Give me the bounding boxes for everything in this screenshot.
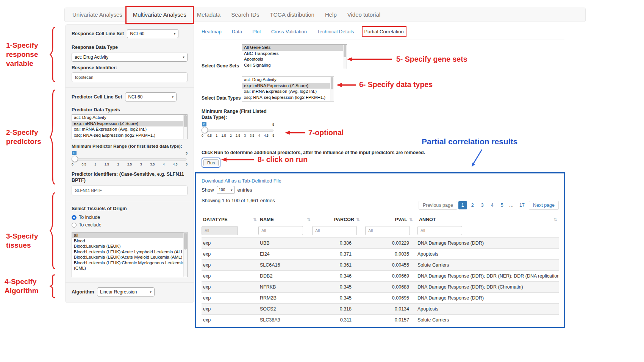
listbox-option[interactable]: Blood:Leukemia (LEUK):Acute Myeloid Leuk… xyxy=(72,254,187,260)
chevron-down-icon: ▾ xyxy=(174,32,176,36)
nav-help[interactable]: Help xyxy=(320,8,342,22)
min-predictor-range-slider[interactable]: 0 5 0 0.5 1 1.5 2 2.5 3 3.5 4 4.5 5 xyxy=(72,151,188,168)
filter-input-pval[interactable] xyxy=(365,226,410,235)
scrollbar[interactable] xyxy=(330,77,334,101)
table-row[interactable]: exp SLC38A3 0.311 0.0157 Solute Carriers xyxy=(202,315,559,326)
entries-per-page-select[interactable]: 100 ▾ xyxy=(217,186,235,194)
scrollbar-thumb[interactable] xyxy=(184,233,187,250)
slider-tick-label: 3.5 xyxy=(250,134,254,137)
annotation-results-label: Partial correlation results xyxy=(422,137,517,146)
nav-video-tutorial[interactable]: Video tutorial xyxy=(342,8,386,22)
listbox-option-selected[interactable]: All Gene Sets xyxy=(242,45,347,51)
listbox-option[interactable]: Blood:Leukemia (LEUK) xyxy=(72,243,187,249)
listbox-option[interactable]: Cell Signaling xyxy=(242,62,347,69)
listbox-option[interactable]: Blood:Leukemia (LEUK):Acute Lymphoid Leu… xyxy=(72,249,187,255)
cell-pval: 0.00455 xyxy=(361,260,414,271)
col-header-label: PVAL xyxy=(395,217,407,222)
selected-value: NCI-60 xyxy=(130,31,144,36)
response-data-type-select[interactable]: act: Drug Activity ▾ xyxy=(72,53,188,62)
scrollbar-thumb[interactable] xyxy=(331,77,333,89)
nav-univariate-analyses[interactable]: Univariate Analyses xyxy=(67,8,128,22)
tissue-include-radio[interactable]: To include xyxy=(72,215,188,220)
col-header-annot[interactable]: ANNOT⇅ xyxy=(414,214,559,225)
response-identifier-input[interactable] xyxy=(72,72,188,82)
slider-handle[interactable] xyxy=(72,156,78,162)
cell-annot: DNA Damage Response (DDR) xyxy=(414,238,559,249)
listbox-option[interactable]: Blood:Leukemia (LEUK):Chronic Myelogenou… xyxy=(72,260,187,271)
listbox-option[interactable]: act: Drug Activity xyxy=(72,115,187,121)
tab-technical-details[interactable]: Technical Details xyxy=(317,29,354,34)
sort-icon[interactable]: ⇅ xyxy=(409,217,413,222)
listbox-option[interactable]: xsq: RNA-seq Expression (log2 FPKM+1.) xyxy=(72,133,187,139)
nav-search-ids[interactable]: Search IDs xyxy=(226,8,264,22)
nav-metadata[interactable]: Metadata xyxy=(192,8,226,22)
sort-icon[interactable]: ⇅ xyxy=(253,217,257,222)
col-header-parcor[interactable]: PARCOR⇅ xyxy=(312,214,361,225)
table-row[interactable]: exp NFRKB 0.345 0.00688 DNA Damage Respo… xyxy=(202,282,559,293)
tab-plot[interactable]: Plot xyxy=(252,29,261,34)
listbox-option-selected[interactable]: all xyxy=(72,232,187,238)
previous-page-button[interactable]: Previous page xyxy=(419,201,457,210)
listbox-option[interactable]: xsq: RNA-seq Expression (log2 FPKM+1.) xyxy=(242,95,334,101)
listbox-option[interactable]: Blood xyxy=(72,238,187,244)
sort-icon[interactable]: ⇅ xyxy=(307,217,311,222)
min-range-slider[interactable]: 0 5 0 0.5 1 1.5 2 2.5 3 3.5 4 4.5 5 xyxy=(202,122,274,139)
tab-data[interactable]: Data xyxy=(232,29,242,34)
table-row[interactable]: exp UBB 0.386 0.00229 DNA Damage Respons… xyxy=(202,238,559,249)
listbox-option[interactable]: act: Drug Activity xyxy=(242,77,334,83)
filter-input-parcor[interactable] xyxy=(312,226,357,235)
tissue-exclude-radio[interactable]: To exclude xyxy=(72,222,188,228)
scrollbar[interactable] xyxy=(183,115,187,139)
listbox-option[interactable]: Apoptosis xyxy=(242,56,347,62)
col-header-pval[interactable]: PVAL⇅ xyxy=(361,214,414,225)
listbox-option[interactable]: xai: mRNA Expression (Avg. log2 Int.) xyxy=(72,126,187,133)
page-button-3[interactable]: 3 xyxy=(478,201,487,209)
slider-tick-label: 1 xyxy=(94,162,96,166)
slider-track[interactable] xyxy=(202,130,274,132)
slider-handle[interactable] xyxy=(202,127,208,133)
listbox-option[interactable]: xai: mRNA Expression (Avg. log2 Int.) xyxy=(242,89,334,95)
nav-tcga-distribution[interactable]: TCGA distribution xyxy=(264,8,320,22)
tab-cross-validation[interactable]: Cross-Validation xyxy=(271,29,307,34)
slider-track[interactable] xyxy=(72,158,187,161)
col-header-name[interactable]: NAME⇅ xyxy=(258,214,312,225)
selected-value: 100 xyxy=(219,188,225,192)
listbox-option-selected[interactable]: exp: mRNA Expression (Z-Score) xyxy=(242,83,334,89)
scrollbar[interactable] xyxy=(183,232,187,277)
result-tabs: Heatmap Data Plot Cross-Validation Techn… xyxy=(202,24,564,34)
listbox-option[interactable]: ABC Transporters xyxy=(242,51,347,57)
scrollbar-thumb[interactable] xyxy=(344,45,346,57)
predictor-identifiers-input[interactable] xyxy=(72,186,188,195)
page-button-4[interactable]: 4 xyxy=(488,201,497,209)
filter-input-name[interactable] xyxy=(258,226,303,235)
response-cell-line-set-select[interactable]: NCI-60 ▾ xyxy=(127,29,178,38)
top-navbar: Univariate Analyses Multivariate Analyse… xyxy=(64,8,586,22)
cell-annot: DNA Damage Response (DDR) xyxy=(414,293,559,304)
tab-heatmap[interactable]: Heatmap xyxy=(202,29,222,34)
page-button-1[interactable]: 1 xyxy=(458,201,467,209)
download-all-link[interactable]: Download All as a Tab-Delimited File xyxy=(202,178,281,184)
table-row[interactable]: exp DDB2 0.346 0.00669 DNA Damage Respon… xyxy=(202,271,559,282)
tab-partial-correlation[interactable]: Partial Correlation xyxy=(364,29,404,34)
select-data-types-label: Select Data Types xyxy=(202,95,242,101)
page-button-17[interactable]: 17 xyxy=(516,201,528,209)
nav-multivariate-analyses[interactable]: Multivariate Analyses xyxy=(128,8,192,22)
table-row[interactable]: exp RRM2B 0.345 0.00695 DNA Damage Respo… xyxy=(202,293,559,304)
sort-icon[interactable]: ⇅ xyxy=(553,217,557,222)
table-row[interactable]: exp EI24 0.371 0.0035 Apoptosis xyxy=(202,249,559,260)
scrollbar[interactable] xyxy=(343,45,347,69)
table-row[interactable]: exp SOCS2 0.318 0.0134 Apoptosis xyxy=(202,304,559,315)
filter-input-annot[interactable] xyxy=(417,226,462,235)
predictor-cell-line-set-select[interactable]: NCI-60 ▾ xyxy=(125,92,177,101)
filter-input-datatype[interactable] xyxy=(202,226,238,235)
table-row[interactable]: exp SLC6A16 0.361 0.00455 Solute Carrier… xyxy=(202,260,559,271)
run-button[interactable]: Run xyxy=(203,159,219,166)
page-button-5[interactable]: 5 xyxy=(498,201,506,209)
algorithm-select[interactable]: Linear Regression ▾ xyxy=(97,287,155,296)
next-page-button[interactable]: Next page xyxy=(529,201,559,210)
scrollbar-thumb[interactable] xyxy=(184,115,187,127)
sort-icon[interactable]: ⇅ xyxy=(356,217,360,222)
listbox-option-selected[interactable]: exp: mRNA Expression (Z-Score) xyxy=(72,121,187,127)
page-button-2[interactable]: 2 xyxy=(468,201,477,209)
col-header-datatype[interactable]: DATATYPE⇅ xyxy=(202,214,258,225)
